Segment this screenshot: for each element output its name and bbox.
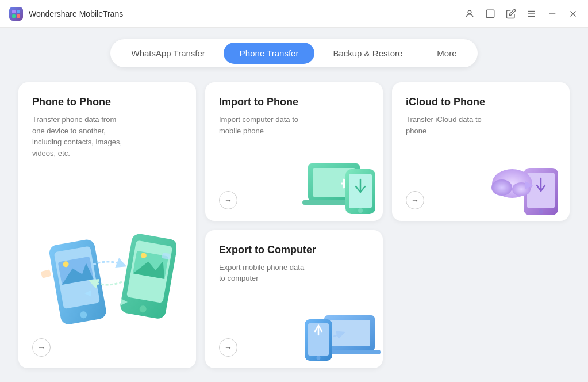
svg-point-35 (358, 208, 363, 213)
export-illustration (302, 299, 377, 362)
tab-phone[interactable]: Phone Transfer (224, 43, 315, 64)
phones-illustration (39, 219, 176, 334)
tab-more[interactable]: More (421, 43, 472, 64)
tab-backup[interactable]: Backup & Restore (317, 43, 418, 64)
edit-button[interactable] (505, 8, 517, 20)
svg-point-39 (539, 209, 543, 214)
tab-whatsapp[interactable]: WhatsApp Transfer (115, 43, 221, 64)
card-phone-to-phone[interactable]: Phone to Phone Transfer phone data from … (18, 82, 196, 368)
nav-bar: WhatsApp Transfer Phone Transfer Backup … (0, 28, 588, 77)
card-icloud-arrow[interactable]: → (406, 191, 424, 209)
window-button[interactable] (485, 8, 496, 20)
card-export-to-computer[interactable]: Export to Computer Export mobile phone d… (205, 230, 383, 369)
app-title: Wondershare MobileTrans (29, 9, 123, 18)
minimize-button[interactable] (547, 8, 558, 20)
card-phone-to-phone-title: Phone to Phone (32, 96, 182, 108)
user-button[interactable] (464, 8, 475, 20)
card-export-desc: Export mobile phone data to computer (219, 262, 311, 284)
cards-area: Phone to Phone Transfer phone data from … (0, 77, 588, 382)
svg-rect-0 (12, 10, 16, 13)
menu-button[interactable] (526, 8, 537, 20)
card-export-arrow[interactable]: → (219, 338, 237, 357)
card-import-arrow[interactable]: → (219, 191, 237, 209)
card-export-title: Export to Computer (219, 244, 369, 256)
nav-pill-container: WhatsApp Transfer Phone Transfer Backup … (110, 39, 477, 67)
svg-rect-1 (17, 10, 20, 13)
close-button[interactable] (567, 8, 579, 20)
svg-rect-2 (12, 14, 16, 18)
svg-point-49 (317, 356, 321, 360)
svg-point-42 (512, 182, 531, 196)
card-import-title: Import to Phone (219, 96, 369, 108)
svg-rect-3 (17, 14, 20, 18)
card-import-desc: Import computer data to mobile phone (219, 114, 311, 136)
main-container: WhatsApp Transfer Phone Transfer Backup … (0, 28, 588, 382)
svg-rect-45 (329, 320, 370, 346)
title-bar: Wondershare MobileTrans (0, 0, 588, 28)
svg-point-41 (491, 179, 512, 196)
title-bar-left: Wondershare MobileTrans (9, 7, 123, 21)
svg-point-4 (468, 10, 471, 14)
card-icloud-desc: Transfer iCloud data to phone (406, 114, 498, 136)
title-bar-controls (464, 8, 579, 20)
svg-rect-24 (40, 269, 51, 278)
icloud-illustration (489, 152, 564, 215)
import-illustration (302, 152, 377, 215)
card-icloud-to-phone[interactable]: iCloud to Phone Transfer iCloud data to … (392, 82, 570, 221)
app-icon (9, 7, 23, 21)
card-phone-to-phone-desc: Transfer phone data from one device to a… (32, 114, 124, 159)
card-icloud-title: iCloud to Phone (406, 96, 556, 108)
card-phone-to-phone-arrow[interactable]: → (32, 338, 51, 357)
svg-rect-5 (486, 10, 494, 18)
card-import-to-phone[interactable]: Import to Phone Import computer data to … (205, 82, 383, 221)
